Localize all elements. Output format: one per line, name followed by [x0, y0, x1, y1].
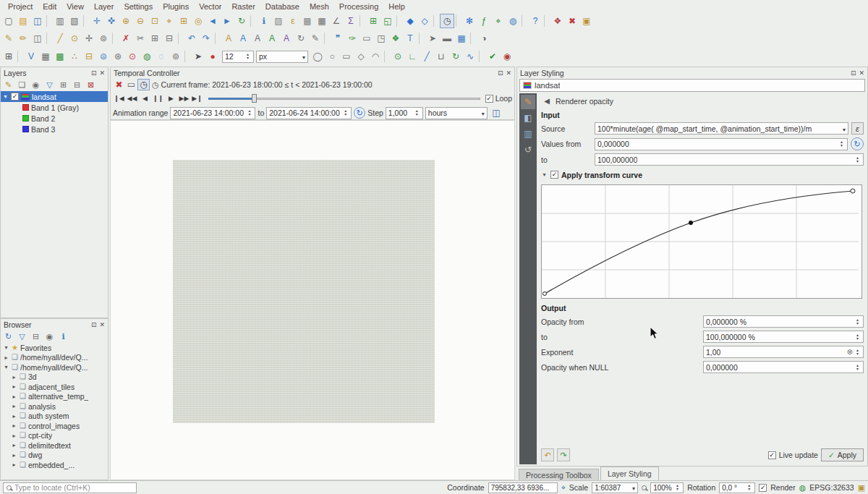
log-messages-icon[interactable]: ▣ — [579, 14, 594, 28]
temporal-controller-icon[interactable]: ◷ — [440, 14, 454, 28]
zoom-in-icon[interactable]: ⊕ — [119, 14, 133, 28]
timeline-slider-handle[interactable] — [252, 94, 257, 103]
spinner-arrows-icon[interactable] — [854, 318, 861, 325]
animated-navigation-button[interactable]: ◷ — [137, 79, 150, 90]
new-3d-map-view-icon[interactable]: ◱ — [380, 14, 395, 28]
zoom-out-icon[interactable]: ⊖ — [133, 14, 148, 28]
simplify-feature-icon[interactable]: ∿ — [463, 49, 477, 64]
rotation-stepper[interactable]: 0,0 ° — [719, 482, 755, 493]
apply-button[interactable]: ✓ Apply — [821, 448, 864, 461]
browser-tree-item[interactable]: ▸ ❏ embedded_... — [1, 460, 108, 470]
font-unit-select[interactable]: px — [256, 51, 308, 63]
tree-expander-icon[interactable]: ▾ — [3, 364, 9, 370]
tree-expander-icon[interactable]: ▸ — [11, 452, 17, 459]
redo-icon[interactable]: ↷ — [199, 31, 213, 46]
refresh-values-button[interactable]: ↻ — [851, 137, 864, 150]
layer-visibility-checkbox[interactable]: ✓ — [11, 93, 19, 101]
browser-tree-item[interactable]: ▸ ❏ dwg — [1, 451, 108, 461]
add-spatialite-layer-icon[interactable]: ⊛ — [111, 49, 125, 64]
spinner-arrows-icon[interactable] — [854, 349, 861, 356]
layer-band-item[interactable]: Band 1 (Gray) — [1, 102, 108, 113]
back-button[interactable]: ◀ — [541, 95, 553, 107]
browser-tree-item[interactable]: ▾ ★ Favorites — [1, 343, 108, 353]
exponent-input[interactable]: 1,00 ⊗ — [703, 346, 864, 358]
split-features-icon[interactable]: ╱ — [420, 49, 434, 64]
apply-transform-curve-checkbox[interactable]: ✓ — [550, 171, 558, 179]
font-size-stepper[interactable]: 12 — [222, 51, 254, 63]
chevron-down-icon[interactable]: ▾ — [2, 93, 9, 100]
spinner-arrows-icon[interactable] — [854, 364, 861, 371]
copy-features-icon[interactable]: ⊞ — [148, 31, 162, 46]
pin-labels-icon[interactable]: A — [250, 31, 265, 46]
deselect-features-icon[interactable]: ▩ — [300, 14, 315, 28]
opacity-when-null-input[interactable]: 0,000000 — [703, 361, 864, 373]
grid-decoration-icon[interactable]: ▦ — [454, 31, 469, 46]
move-label-icon[interactable]: A — [279, 31, 294, 46]
refresh-map-icon[interactable]: ↻ — [234, 14, 249, 28]
skip-to-start-button[interactable]: ❙◀ — [113, 93, 125, 104]
browser-tree-item[interactable]: ▸ ❏ analysis — [1, 401, 108, 412]
menu-item[interactable]: Layer — [89, 1, 119, 12]
chevron-down-icon[interactable] — [843, 124, 846, 133]
spinner-arrows-icon[interactable] — [674, 484, 681, 491]
tab-histogram[interactable]: ▥ — [521, 127, 535, 141]
float-panel-button[interactable]: ⊡ — [91, 321, 97, 328]
extents-icon[interactable]: ⌖ — [561, 484, 566, 492]
add-point-cloud-layer-icon[interactable]: ∴ — [67, 49, 82, 64]
opacity-from-input[interactable]: 0,000000 % — [703, 315, 864, 328]
fixed-range-navigation-button[interactable]: ▭ — [125, 79, 137, 90]
chevron-down-icon[interactable]: ▾ — [541, 171, 548, 178]
export-animation-button[interactable]: ◫ — [490, 107, 503, 119]
menu-item[interactable]: Database — [260, 1, 305, 12]
menu-item[interactable]: Settings — [119, 1, 158, 12]
menu-item[interactable]: Edit — [38, 1, 61, 12]
browser-tree-item[interactable]: ▸ ❏ /home/nyall/dev/Q... — [1, 353, 108, 363]
identify-features-icon[interactable]: ℹ — [257, 14, 271, 28]
tab-symbology[interactable]: ✎ — [521, 95, 535, 109]
preview-mode-icon[interactable]: ◑ — [477, 31, 491, 46]
select-by-expression-icon[interactable]: ε — [286, 14, 300, 28]
collapse-all-icon[interactable]: ⊟ — [30, 331, 42, 343]
python-console-icon[interactable]: ƒ — [477, 14, 491, 28]
map-canvas[interactable] — [110, 120, 515, 480]
digitize-circle-icon[interactable]: ◯ — [310, 49, 325, 64]
timeline-slider[interactable] — [208, 93, 480, 103]
tab-history[interactable]: ↺ — [521, 142, 535, 157]
map-themes-icon[interactable]: ◉ — [30, 79, 42, 91]
vertex-editor-icon[interactable]: ⊙ — [391, 49, 405, 64]
add-point-feature-icon[interactable]: ⊙ — [67, 31, 82, 46]
zoom-to-selection-icon[interactable]: ⌖ — [162, 14, 176, 28]
current-edits-icon[interactable]: ✎ — [1, 31, 16, 46]
measure-icon[interactable]: ∠ — [329, 14, 344, 28]
spinner-arrows-icon[interactable] — [244, 53, 251, 60]
html-annotation-icon[interactable]: ◳ — [374, 31, 388, 46]
form-annotation-icon[interactable]: ▭ — [359, 31, 374, 46]
close-panel-button[interactable]: ✕ — [99, 321, 105, 328]
styling-layer-select[interactable]: landsat — [519, 79, 865, 92]
text-annotation-icon[interactable]: T — [403, 31, 417, 46]
undo-icon[interactable]: ↶ — [184, 31, 199, 46]
tab-layer-styling[interactable]: Layer Styling — [600, 467, 659, 480]
layer-band-item[interactable]: Band 3 — [1, 124, 108, 135]
annotation-marker-icon[interactable]: ● — [205, 49, 220, 64]
processing-toolbox-icon[interactable]: ✻ — [462, 14, 477, 28]
pause-button[interactable]: ❙❙ — [152, 93, 164, 104]
tree-expander-icon[interactable]: ▸ — [11, 461, 17, 468]
spinner-arrows-icon[interactable] — [746, 484, 752, 491]
spinner-arrows-icon[interactable] — [854, 333, 861, 341]
add-wms-layer-icon[interactable]: ◍ — [140, 49, 154, 64]
render-checkbox[interactable]: ✓ — [759, 484, 767, 492]
labeling-options-icon[interactable]: A — [236, 31, 250, 46]
select-features-icon[interactable]: ▨ — [271, 14, 286, 28]
layer-item-landsat[interactable]: ▾ ✓ landsat — [1, 91, 108, 102]
close-panel-button[interactable]: ✕ — [859, 69, 864, 77]
filter-legend-icon[interactable]: ▽ — [43, 79, 56, 91]
values-from-input[interactable]: 0,000000 — [595, 138, 848, 150]
set-range-from-project-button[interactable]: ↻ — [354, 107, 365, 119]
zoom-last-icon[interactable]: ◄ — [205, 14, 220, 28]
range-start-input[interactable]: 2021-06-23 14:00:00 — [170, 107, 255, 119]
paste-features-icon[interactable]: ⊟ — [162, 31, 176, 46]
open-layer-styling-icon[interactable]: ✎ — [2, 79, 14, 91]
rotate-label-icon[interactable]: ↻ — [294, 31, 308, 46]
add-delimited-text-layer-icon[interactable]: ⊟ — [82, 49, 96, 64]
